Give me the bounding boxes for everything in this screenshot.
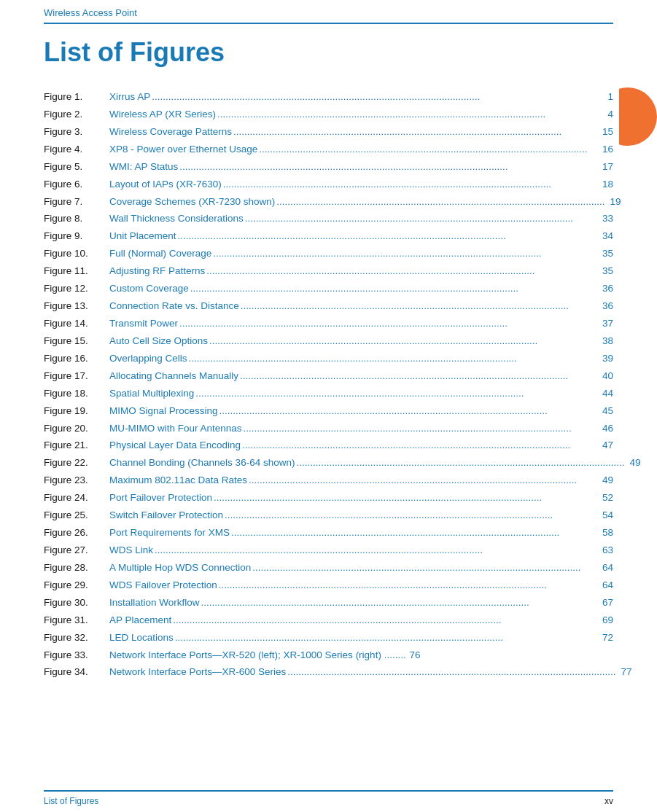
- list-item: Figure 18.Spatial Multiplexing..........…: [44, 386, 613, 402]
- figure-title: Transmit Power: [109, 316, 178, 332]
- figure-page: 37: [599, 316, 613, 332]
- figure-page: 1: [599, 90, 613, 105]
- figure-label: Figure 7.: [44, 195, 109, 210]
- list-item: Figure 11.Adjusting RF Patterns.........…: [44, 264, 613, 279]
- figure-dots: ........................................…: [200, 596, 599, 611]
- figure-title: WMI: AP Status: [109, 160, 178, 175]
- figure-page: 77: [617, 665, 631, 680]
- figure-title-area: Allocating Channels Manually ...........…: [109, 369, 613, 384]
- list-item: Figure 14.Transmit Power................…: [44, 316, 613, 332]
- figure-title-area: Custom Coverage ........................…: [109, 281, 613, 297]
- figure-title: Coverage Schemes (XR-7230 shown): [109, 195, 275, 210]
- figure-dots: ........................................…: [189, 281, 599, 297]
- figure-label: Figure 9.: [44, 229, 109, 244]
- figure-title-area: AP Placement ...........................…: [109, 613, 613, 628]
- figure-dots: ........................................…: [216, 107, 599, 122]
- figure-label: Figure 11.: [44, 264, 109, 279]
- figure-title: Network Interface Ports—XR-600 Series: [109, 665, 286, 680]
- list-item: Figure 33.Network Interface Ports—XR-520…: [44, 648, 613, 663]
- figure-page: 67: [599, 596, 613, 611]
- figure-title-area: Wireless AP (XR Series) ................…: [109, 107, 613, 122]
- figure-title: A Multiple Hop WDS Connection: [109, 561, 251, 576]
- figure-label: Figure 18.: [44, 386, 109, 402]
- figure-label: Figure 17.: [44, 369, 109, 384]
- figure-title: Wireless Coverage Patterns: [109, 125, 232, 140]
- figure-dots: ........................................…: [150, 90, 599, 105]
- figure-page: 63: [599, 543, 613, 558]
- figure-label: Figure 3.: [44, 125, 109, 140]
- figure-title: Xirrus AP: [109, 90, 150, 105]
- figure-dots: ........................................…: [230, 526, 599, 541]
- header-title: Wireless Access Point: [44, 7, 137, 18]
- figure-label: Figure 24.: [44, 491, 109, 506]
- figure-title-area: Xirrus AP ..............................…: [109, 90, 613, 105]
- figure-label: Figure 1.: [44, 90, 109, 105]
- list-item: Figure 3.Wireless Coverage Patterns ....…: [44, 125, 613, 140]
- figure-dots: ........................................…: [178, 316, 599, 332]
- list-item: Figure 27.WDS Link......................…: [44, 543, 613, 558]
- figure-page: 15: [599, 125, 613, 140]
- figure-dots: ........................................…: [241, 438, 599, 453]
- figure-title: XP8 - Power over Ethernet Usage: [109, 142, 257, 157]
- figure-title-area: XP8 - Power over Ethernet Usage ........…: [109, 142, 613, 157]
- list-item: Figure 5.WMI: AP Status.................…: [44, 160, 613, 175]
- figure-label: Figure 12.: [44, 281, 109, 297]
- figure-title-area: Spatial Multiplexing....................…: [109, 386, 613, 402]
- figure-label: Figure 4.: [44, 142, 109, 157]
- figure-title: Adjusting RF Patterns: [109, 264, 205, 279]
- figure-label: Figure 20.: [44, 421, 109, 437]
- figure-dots: ........................................…: [239, 299, 599, 314]
- figure-dots: ........................................…: [211, 246, 599, 262]
- figure-title: Custom Coverage: [109, 281, 189, 297]
- list-item: Figure 17.Allocating Channels Manually .…: [44, 369, 613, 384]
- figure-title-area: Unit Placement..........................…: [109, 229, 613, 244]
- figure-title: Layout of IAPs (XR-7630): [109, 177, 222, 192]
- list-item: Figure 15.Auto Cell Size Options........…: [44, 334, 613, 349]
- list-item: Figure 4.XP8 - Power over Ethernet Usage…: [44, 142, 613, 157]
- figure-title: Full (Normal) Coverage: [109, 246, 211, 262]
- figure-title: AP Placement: [109, 613, 171, 628]
- list-item: Figure 12.Custom Coverage ..............…: [44, 281, 613, 297]
- figure-label: Figure 2.: [44, 107, 109, 122]
- figure-dots: ........................................…: [208, 334, 599, 349]
- figure-label: Figure 28.: [44, 561, 109, 576]
- figure-title-area: Port Failover Protection ...............…: [109, 491, 613, 506]
- figure-title-area: Installation Workflow ..................…: [109, 596, 613, 611]
- figure-label: Figure 21.: [44, 438, 109, 453]
- figure-title: Network Interface Ports—XR-520 (left); X…: [109, 648, 406, 663]
- figure-dots: ........................................…: [217, 578, 599, 593]
- figure-title: LED Locations: [109, 631, 174, 646]
- figure-title: Physical Layer Data Encoding: [109, 438, 241, 453]
- figure-page: 4: [599, 107, 613, 122]
- list-item: Figure 32.LED Locations ................…: [44, 631, 613, 646]
- list-item: Figure 28.A Multiple Hop WDS Connection …: [44, 561, 613, 576]
- figure-title-area: WDS Failover Protection ................…: [109, 578, 613, 593]
- figure-label: Figure 25.: [44, 508, 109, 523]
- figure-title-area: Maximum 802.11ac Data Rates.............…: [109, 473, 613, 488]
- figure-label: Figure 22.: [44, 456, 109, 471]
- figure-label: Figure 13.: [44, 299, 109, 314]
- figure-dots: ........................................…: [251, 561, 599, 576]
- figure-title-area: Overlapping Cells.......................…: [109, 351, 613, 367]
- figure-title-area: MIMO Signal Processing .................…: [109, 404, 613, 419]
- figure-dots: ........................................…: [222, 177, 599, 192]
- figure-dots: ........................................…: [187, 351, 599, 367]
- figure-title: Channel Bonding (Channels 36-64 shown): [109, 456, 295, 471]
- footer-right: xv: [604, 796, 613, 806]
- figure-title-area: Channel Bonding (Channels 36-64 shown)..…: [109, 456, 641, 471]
- figure-dots: ........................................…: [232, 125, 599, 140]
- figure-title-area: Wireless Coverage Patterns .............…: [109, 125, 613, 140]
- figure-dots: ........................................…: [257, 142, 599, 157]
- figure-title-area: Auto Cell Size Options..................…: [109, 334, 613, 349]
- figure-page: 35: [599, 264, 613, 279]
- page-footer: List of Figures xv: [44, 790, 613, 812]
- figure-title: WDS Failover Protection: [109, 578, 217, 593]
- figure-page: 47: [599, 438, 613, 453]
- figure-page: 69: [599, 613, 613, 628]
- figure-title: Auto Cell Size Options: [109, 334, 208, 349]
- figure-dots: ........................................…: [286, 665, 617, 680]
- figure-page: 64: [599, 578, 613, 593]
- orange-tab: [619, 87, 657, 146]
- figure-title: Maximum 802.11ac Data Rates: [109, 473, 247, 488]
- figure-page: 34: [599, 229, 613, 244]
